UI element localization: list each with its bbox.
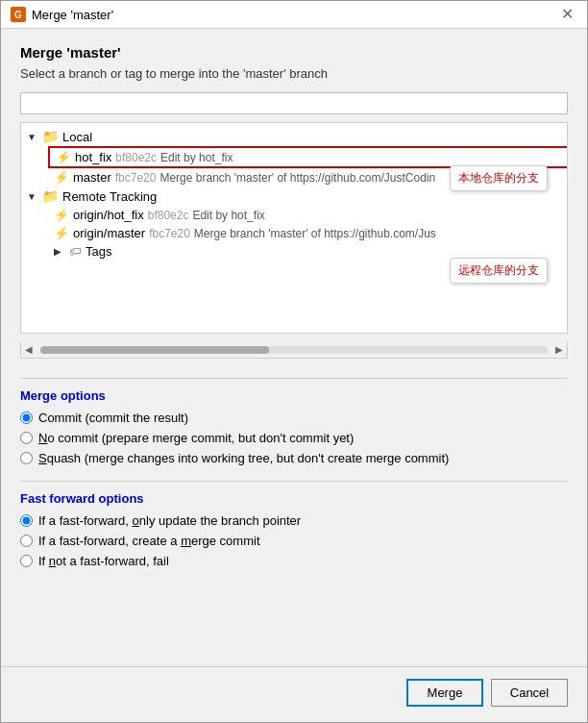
branch-hash-origin-master: fbc7e20	[149, 227, 190, 240]
scroll-left-btn[interactable]: ◀	[21, 344, 37, 355]
branch-hash-origin-hotfix: bf80e2c	[148, 209, 189, 222]
merge-option-squash-radio[interactable]	[20, 452, 33, 464]
dialog-window-title: Merge 'master'	[32, 8, 113, 22]
branch-origin-master[interactable]: ⚡ origin/master fbc7e20 Merge branch 'ma…	[48, 224, 568, 242]
remote-annotation: 远程仓库的分支	[450, 258, 548, 284]
button-bar: Merge Cancel	[1, 666, 587, 722]
ff-option-1-radio[interactable]	[20, 514, 33, 527]
dialog-title: Merge 'master'	[20, 44, 568, 61]
dialog-subtitle: Select a branch or tag to merge into the…	[20, 66, 568, 81]
scrollbar-track[interactable]	[40, 346, 548, 354]
branch-name-hotfix: hot_fix	[75, 150, 111, 164]
local-folder-icon: 📁	[42, 129, 59, 144]
ff-option-1-label: If a fast-forward, only update the branc…	[38, 513, 301, 528]
merge-option-commit-label: Commit (commit the result)	[38, 411, 188, 425]
tree-inner: ▼ 📁 Local ⚡ hot_fix bf80e2c Edit by hot_…	[21, 123, 568, 264]
local-annotation: 本地仓库的分支	[450, 165, 548, 191]
remote-tracking-group: ▼ 📁 Remote Tracking ⚡ origin/hot_fix bf8…	[21, 187, 568, 242]
local-chevron-icon: ▼	[27, 132, 38, 142]
ff-option-3-label: If not a fast-forward, fail	[38, 554, 169, 568]
tags-chevron-icon: ▶	[54, 246, 65, 257]
local-group-header[interactable]: ▼ 📁 Local	[21, 127, 568, 146]
local-group-label: Local	[62, 130, 92, 144]
merge-options-group: Commit (commit the result) No commit (pr…	[20, 411, 568, 465]
branch-icon-origin-hotfix: ⚡	[54, 208, 69, 222]
tags-folder-icon: 🏷	[69, 244, 82, 259]
remote-items: ⚡ origin/hot_fix bf80e2c Edit by hot_fix…	[48, 206, 568, 242]
title-bar-left: G Merge 'master'	[11, 7, 113, 22]
branch-name-origin-hotfix: origin/hot_fix	[73, 208, 144, 222]
branch-icon-master: ⚡	[54, 170, 69, 185]
ff-option-2-radio[interactable]	[20, 535, 33, 547]
ff-option-2-label: If a fast-forward, create a merge commit	[38, 534, 260, 548]
branch-name-origin-master: origin/master	[73, 226, 145, 240]
remote-chevron-icon: ▼	[27, 191, 38, 202]
branch-origin-hotfix[interactable]: ⚡ origin/hot_fix bf80e2c Edit by hot_fix	[48, 206, 568, 224]
scroll-right-btn[interactable]: ▶	[551, 344, 567, 355]
fast-forward-title: Fast forward options	[20, 491, 568, 506]
merge-option-squash-label: Squash (merge changes into working tree,…	[38, 451, 449, 465]
branch-hash-master: fbc7e20	[115, 171, 157, 185]
horizontal-scrollbar[interactable]: ◀ ▶	[20, 341, 568, 359]
dialog-body: Merge 'master' Select a branch or tag to…	[1, 29, 587, 666]
branch-icon-hotfix: ⚡	[56, 150, 71, 164]
branch-hash-hotfix: bf80e2c	[115, 151, 157, 164]
merge-button[interactable]: Merge	[406, 679, 483, 707]
merge-option-squash[interactable]: Squash (merge changes into working tree,…	[20, 451, 568, 465]
search-input[interactable]	[20, 92, 568, 114]
merge-option-no-commit-label: No commit (prepare merge commit, but don…	[38, 431, 354, 445]
fast-forward-separator	[20, 481, 568, 482]
merge-options-title: Merge options	[20, 388, 568, 403]
remote-tracking-label: Remote Tracking	[62, 189, 157, 204]
remote-folder-icon: 📁	[42, 188, 59, 204]
branch-desc-hotfix: Edit by hot_fix	[160, 151, 233, 164]
branch-tree: ▼ 📁 Local ⚡ hot_fix bf80e2c Edit by hot_…	[20, 122, 568, 334]
branch-desc-master: Merge branch 'master' of https://github.…	[159, 171, 435, 185]
branch-icon-origin-master: ⚡	[54, 226, 69, 240]
ff-option-1[interactable]: If a fast-forward, only update the branc…	[20, 513, 568, 528]
cancel-button[interactable]: Cancel	[491, 679, 568, 707]
tags-label: Tags	[86, 244, 111, 259]
merge-dialog: G Merge 'master' ✕ Merge 'master' Select…	[0, 0, 588, 723]
merge-option-no-commit-radio[interactable]	[20, 432, 33, 444]
fast-forward-group: If a fast-forward, only update the branc…	[20, 513, 568, 568]
merge-option-no-commit[interactable]: No commit (prepare merge commit, but don…	[20, 431, 568, 445]
merge-option-commit[interactable]: Commit (commit the result)	[20, 411, 568, 425]
branch-desc-origin-master: Merge branch 'master' of https://github.…	[194, 227, 436, 240]
merge-option-commit-radio[interactable]	[20, 411, 33, 424]
app-icon: G	[11, 7, 26, 22]
merge-options-separator	[20, 378, 568, 379]
title-bar: G Merge 'master' ✕	[1, 1, 587, 29]
branch-name-master: master	[73, 170, 111, 185]
ff-option-3[interactable]: If not a fast-forward, fail	[20, 554, 568, 568]
branch-desc-origin-hotfix: Edit by hot_fix	[192, 209, 264, 222]
ff-option-3-radio[interactable]	[20, 555, 33, 567]
close-button[interactable]: ✕	[557, 7, 577, 22]
ff-option-2[interactable]: If a fast-forward, create a merge commit	[20, 534, 568, 548]
scrollbar-thumb[interactable]	[40, 346, 269, 354]
